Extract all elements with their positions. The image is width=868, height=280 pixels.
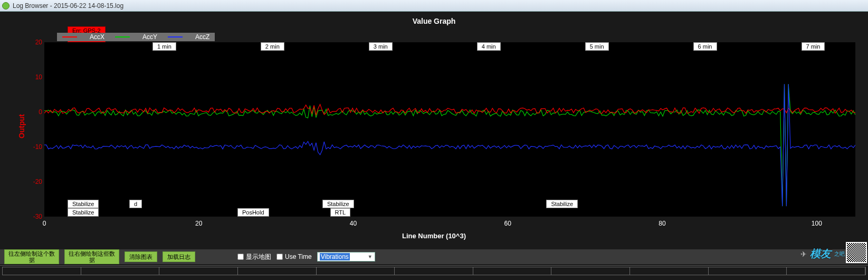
mode-marker: RTL [330,208,351,217]
combo-selected: Vibrations [320,253,350,260]
mode-marker: Stabilize [322,200,354,208]
plane-icon: ✈ [800,250,807,258]
legend-label: AccX [90,33,104,41]
bottom-table-strip [0,265,868,280]
plot-left-button[interactable]: 往左侧绘制这个数据 [4,249,59,264]
table-cell[interactable] [787,267,865,275]
preset-combo[interactable]: Vibrations ▼ [317,252,375,262]
y-tick: -20 [26,178,42,185]
table-cell[interactable] [81,267,160,275]
bottom-toolbar: 往左侧绘制这个数据 往右侧绘制这些数据 清除图表 加载日志 显示地图 Use T… [0,249,868,264]
legend-swatch [168,36,183,38]
legend-item-accz[interactable]: AccZ [163,33,215,41]
y-tick: 20 [26,39,42,46]
x-tick: 0 [43,220,46,227]
y-tick: -30 [26,213,42,220]
watermark-sub: 之吧 [834,250,845,258]
show-map-checkbox[interactable]: 显示地图 [237,253,271,262]
mode-marker: 3 min [369,42,393,51]
table-cell[interactable] [317,267,395,275]
y-axis: -30-20-1001020 [26,42,42,217]
x-tick: 100 [812,220,822,227]
mode-marker: Stabilize [546,200,578,208]
legend-label: AccY [142,33,157,41]
x-tick: 60 [504,220,511,227]
plot-area[interactable]: 1 min2 min3 min4 min5 min6 min7 minErr: … [44,42,855,217]
watermark: ✈ 模友 之吧 [800,247,845,261]
mode-marker: Stabilize [68,208,99,217]
load-log-button[interactable]: 加载日志 [163,251,195,262]
legend-item-accx[interactable]: AccX [57,33,110,41]
plot-right-button[interactable]: 往右侧绘制这些数据 [64,249,119,264]
chart-legend[interactable]: AccX AccY AccZ [57,33,215,41]
plot-svg [44,42,855,217]
show-map-label: 显示地图 [246,253,271,262]
mode-marker: 4 min [477,42,501,51]
use-time-checkbox[interactable]: Use Time [276,253,312,260]
table-cell[interactable] [630,267,709,275]
watermark-text: 模友 [810,247,831,261]
y-tick: 0 [26,108,42,116]
x-axis: 020406080100 [44,220,855,230]
window-title: Log Browser - 2015-06-22 14-08-15.log [13,2,123,10]
mode-marker: 1 min [152,42,176,51]
use-time-input[interactable] [276,254,283,260]
x-tick: 80 [659,220,665,227]
x-tick: 40 [350,220,357,227]
y-axis-label: Output [17,114,26,138]
show-map-input[interactable] [237,254,244,260]
mode-marker: 2 min [261,42,284,51]
table-cell[interactable] [159,267,238,275]
chevron-down-icon: ▼ [368,254,373,259]
qr-code [846,242,867,263]
table-header-row [2,267,866,275]
table-cell[interactable] [395,267,473,275]
table-cell[interactable] [238,267,317,275]
table-cell[interactable] [3,267,81,275]
legend-swatch [62,36,77,38]
legend-item-accy[interactable]: AccY [110,33,163,41]
mode-marker: 5 min [585,42,609,51]
table-cell[interactable] [551,267,630,275]
table-cell[interactable] [709,267,787,275]
mode-marker: d [129,200,142,208]
table-cell[interactable] [473,267,552,275]
app-icon [2,2,9,10]
chart-title: Value Graph [0,12,868,27]
x-tick: 20 [195,220,202,227]
y-tick: -10 [26,143,42,151]
use-time-label: Use Time [285,253,312,260]
mode-marker: 6 min [693,42,717,51]
x-axis-label: Line Number (10^3) [402,232,466,240]
legend-swatch [115,36,130,38]
mode-marker: PosHold [237,208,269,217]
y-tick: 10 [26,73,42,81]
mode-marker: 7 min [802,42,825,51]
legend-label: AccZ [195,33,209,41]
mode-marker: Stabilize [68,200,99,208]
chart-container: Value Graph AccX AccY AccZ Output -30-20… [0,12,868,241]
window-titlebar: Log Browser - 2015-06-22 14-08-15.log [0,0,868,12]
clear-chart-button[interactable]: 清除图表 [125,251,157,262]
